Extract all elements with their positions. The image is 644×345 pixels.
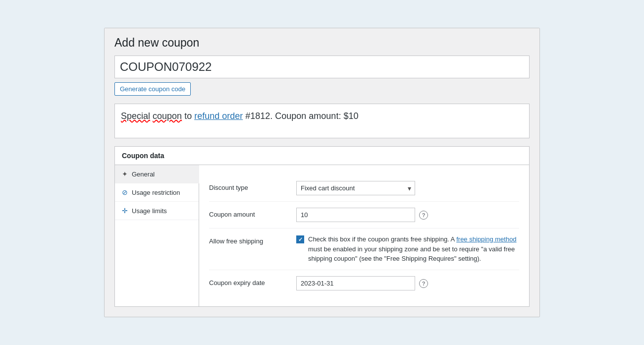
coupon-word: coupon xyxy=(153,111,182,121)
coupon-expiry-help-icon[interactable]: ? xyxy=(419,279,428,288)
allow-free-shipping-label: Allow free shipping xyxy=(209,234,288,245)
tab-usage-restriction-label: Usage restriction xyxy=(132,189,180,196)
ban-icon: ⊘ xyxy=(122,188,128,196)
free-shipping-desc-suffix2: n" (see the "Free Shipping Requires" set… xyxy=(351,255,481,262)
free-shipping-checkbox[interactable] xyxy=(296,235,304,243)
tab-usage-limits[interactable]: ✛ Usage limits xyxy=(115,202,199,220)
add-coupon-page: Add new coupon Generate coupon code Spec… xyxy=(104,28,540,317)
coupon-amount-field: ? xyxy=(296,208,519,222)
desc-to: to xyxy=(184,111,194,121)
general-tab-content: Discount type Percentage discount Fixed … xyxy=(199,165,529,306)
allow-free-shipping-row: Allow free shipping Check this box if th… xyxy=(209,229,519,270)
coupon-amount-help-icon[interactable]: ? xyxy=(419,211,428,220)
generate-coupon-button[interactable]: Generate coupon code xyxy=(114,82,191,96)
description-section: Special coupon to refund order #1812. Co… xyxy=(105,104,539,146)
allow-free-shipping-field: Check this box if the coupon grants free… xyxy=(296,234,519,264)
tab-general[interactable]: ✦ General xyxy=(115,165,199,183)
tab-usage-limits-label: Usage limits xyxy=(132,207,167,215)
plus-icon: ✛ xyxy=(122,207,128,215)
tab-usage-restriction[interactable]: ⊘ Usage restriction xyxy=(115,183,199,202)
coupon-code-input[interactable] xyxy=(114,56,530,78)
discount-type-field: Percentage discount Fixed cart discount … xyxy=(296,181,519,195)
free-shipping-description: Check this box if the coupon grants free… xyxy=(308,234,519,264)
coupon-amount-label: Coupon amount xyxy=(209,208,288,218)
refund-order-link[interactable]: refund order xyxy=(194,111,243,121)
discount-type-select[interactable]: Percentage discount Fixed cart discount … xyxy=(296,181,415,195)
coupon-expiry-label: Coupon expiry date xyxy=(209,276,288,287)
ticket-icon: ✦ xyxy=(122,170,128,178)
coupon-expiry-field: ? xyxy=(296,276,519,290)
coupon-amount-row: Coupon amount ? xyxy=(209,202,519,229)
free-shipping-checkbox-wrapper: Check this box if the coupon grants free… xyxy=(296,234,519,264)
coupon-expiry-row: Coupon expiry date ? xyxy=(209,270,519,296)
tab-general-label: General xyxy=(132,171,155,178)
special-word: Special xyxy=(121,111,150,121)
discount-type-row: Discount type Percentage discount Fixed … xyxy=(209,175,519,202)
desc-suffix: #1812. Coupon amount: $10 xyxy=(245,111,358,121)
description-box[interactable]: Special coupon to refund order #1812. Co… xyxy=(114,104,530,138)
coupon-expiry-input[interactable] xyxy=(296,276,415,290)
discount-type-label: Discount type xyxy=(209,181,288,191)
description-text: Special coupon to refund order #1812. Co… xyxy=(121,111,358,121)
free-shipping-desc-prefix: Check this box if the coupon grants free… xyxy=(308,235,456,243)
coupon-data-body: ✦ General ⊘ Usage restriction ✛ Usage li… xyxy=(115,165,529,306)
coupon-data-section: Coupon data ✦ General ⊘ Usage restrictio… xyxy=(114,146,530,307)
coupon-code-section: Generate coupon code xyxy=(105,56,539,104)
tabs-sidebar: ✦ General ⊘ Usage restriction ✛ Usage li… xyxy=(115,165,199,306)
coupon-data-title: Coupon data xyxy=(115,147,529,165)
coupon-amount-input[interactable] xyxy=(296,208,415,222)
discount-type-select-wrapper: Percentage discount Fixed cart discount … xyxy=(296,181,415,195)
free-shipping-method-link[interactable]: free shipping method xyxy=(456,235,516,243)
page-title: Add new coupon xyxy=(105,28,539,56)
